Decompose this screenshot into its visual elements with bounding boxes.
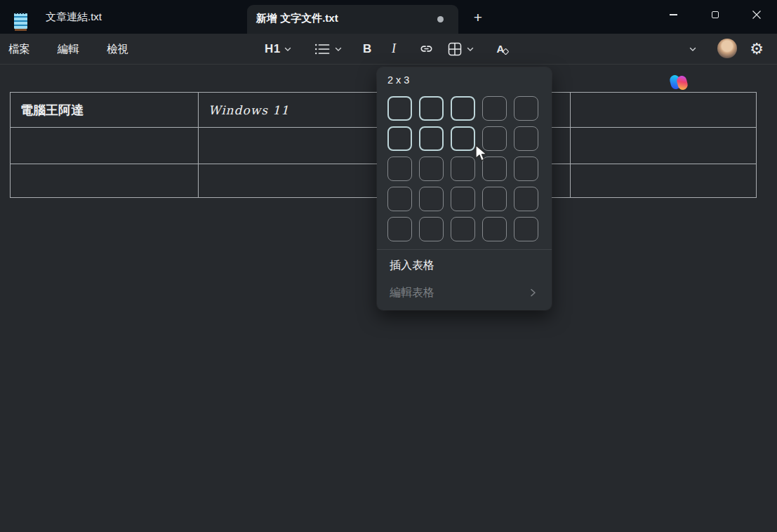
table-size-cell-3x2[interactable] xyxy=(419,157,444,181)
table-size-cell-4x5[interactable] xyxy=(514,187,538,211)
italic-button[interactable]: I xyxy=(392,34,396,64)
list-chevron-down-icon[interactable] xyxy=(334,34,343,64)
maximize-icon xyxy=(712,11,719,18)
notepad-icon-spiral xyxy=(15,12,26,14)
notepad-icon-body xyxy=(14,13,27,29)
table-cell[interactable] xyxy=(571,128,757,164)
clear-formatting-button[interactable]: A xyxy=(494,34,511,64)
menu-view[interactable]: 檢視 xyxy=(107,34,128,64)
bold-button[interactable]: B xyxy=(363,34,371,64)
table-size-label: 2 x 3 xyxy=(387,74,409,86)
window-controls xyxy=(653,0,777,29)
notepad-app-icon xyxy=(14,12,27,31)
tab-active-label: 新增 文字文件.txt xyxy=(256,12,338,25)
chevron-right-icon xyxy=(528,288,538,298)
gear-icon: ⚙ xyxy=(750,40,764,58)
table-size-cell-2x2[interactable] xyxy=(419,126,444,151)
table-size-grid xyxy=(387,96,538,241)
edit-table-menu-item: 編輯表格 xyxy=(390,283,434,302)
title-bar: 文章連結.txt 新增 文字文件.txt + xyxy=(0,0,777,34)
table-size-cell-5x2[interactable] xyxy=(419,217,444,241)
list-button[interactable] xyxy=(314,34,330,64)
heading-chevron-down-icon[interactable] xyxy=(284,34,292,64)
table-size-cell-3x3[interactable] xyxy=(451,157,475,181)
table-size-cell-1x4[interactable] xyxy=(482,96,507,121)
table-size-cell-1x2[interactable] xyxy=(419,96,444,121)
minimize-icon xyxy=(670,14,677,15)
table-size-cell-1x3[interactable] xyxy=(451,96,475,121)
table-cell-text: 電腦王阿達 xyxy=(20,102,84,117)
table-cell[interactable] xyxy=(11,164,199,198)
toolbar-divider xyxy=(0,64,777,65)
table-size-cell-3x5[interactable] xyxy=(514,157,538,181)
table-size-cell-2x3[interactable] xyxy=(451,126,475,151)
table-size-cell-1x1[interactable] xyxy=(387,96,412,121)
table-size-cell-5x4[interactable] xyxy=(482,217,507,241)
table-button[interactable] xyxy=(448,34,462,64)
table-size-cell-2x1[interactable] xyxy=(387,126,412,151)
bullet-list-icon xyxy=(314,43,330,55)
table-cell[interactable] xyxy=(571,164,757,198)
table-size-cell-1x5[interactable] xyxy=(514,96,538,121)
table-size-cell-5x3[interactable] xyxy=(451,217,475,241)
heading-style-button[interactable]: H1 xyxy=(265,34,281,64)
table-cell[interactable]: 電腦王阿達 xyxy=(11,93,199,128)
table-size-cell-5x1[interactable] xyxy=(387,217,412,241)
table-size-cell-3x1[interactable] xyxy=(387,157,412,181)
link-button[interactable] xyxy=(418,34,434,64)
table-cell[interactable] xyxy=(571,93,757,128)
link-icon xyxy=(418,41,434,57)
table-icon xyxy=(448,42,462,56)
table-size-cell-4x1[interactable] xyxy=(387,187,412,211)
table-size-cell-4x2[interactable] xyxy=(419,187,444,211)
table-cell[interactable] xyxy=(11,128,199,164)
copilot-button[interactable] xyxy=(670,74,689,91)
table-size-cell-3x4[interactable] xyxy=(482,157,507,181)
table-size-cell-2x5[interactable] xyxy=(514,126,538,151)
settings-button[interactable]: ⚙ xyxy=(748,39,766,59)
user-avatar[interactable] xyxy=(717,39,737,58)
table-size-cell-5x5[interactable] xyxy=(514,217,538,241)
table-size-cell-4x4[interactable] xyxy=(482,187,507,211)
toolbar: 檔案 編輯 檢視 H1 B I A xyxy=(0,34,777,64)
popup-divider xyxy=(377,249,552,250)
notepad-icon-base xyxy=(15,29,27,31)
new-tab-button[interactable]: + xyxy=(468,11,488,26)
table-cell-text: Windows 11 xyxy=(208,103,289,117)
menu-file[interactable]: 檔案 xyxy=(8,34,30,64)
table-size-cell-2x4[interactable] xyxy=(482,126,507,151)
table-size-cell-4x3[interactable] xyxy=(451,187,475,211)
table-chevron-down-icon[interactable] xyxy=(466,34,474,64)
unsaved-indicator xyxy=(437,16,444,22)
insert-table-menu-item[interactable]: 插入表格 xyxy=(390,255,434,275)
close-button[interactable] xyxy=(736,0,777,29)
tab-inactive[interactable]: 文章連結.txt xyxy=(46,0,102,34)
tab-active[interactable]: 新增 文字文件.txt xyxy=(247,5,458,34)
copilot-chevron-down-icon[interactable] xyxy=(689,34,697,64)
maximize-button[interactable] xyxy=(694,0,736,29)
minimize-button[interactable] xyxy=(653,0,694,29)
close-icon xyxy=(752,10,762,20)
insert-table-popup: 2 x 3 插入表格 編輯表格 xyxy=(377,67,552,310)
menu-edit[interactable]: 編輯 xyxy=(58,34,79,64)
